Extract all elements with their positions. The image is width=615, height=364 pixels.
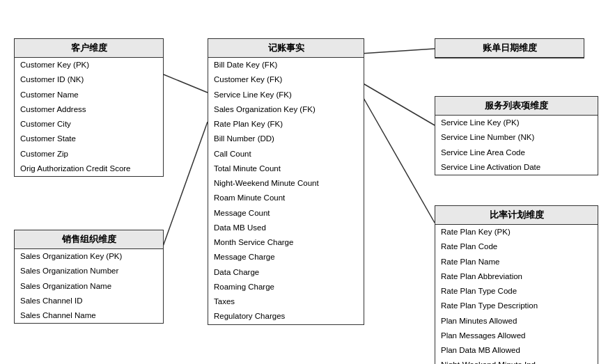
table-row: Sales Organization Name xyxy=(15,279,163,294)
service-line-table: 服务列表项维度 Service Line Key (PK) Service Li… xyxy=(435,96,598,175)
table-row: Regulatory Charges xyxy=(208,309,364,324)
rate-plan-table-body: Rate Plan Key (PK) Rate Plan Code Rate P… xyxy=(435,225,598,364)
table-row: Customer Address xyxy=(15,102,163,117)
table-row: Taxes xyxy=(208,294,364,309)
table-row: Customer Name xyxy=(15,88,163,102)
table-row: Message Count xyxy=(208,206,364,221)
table-row: Rate Plan Type Description xyxy=(435,299,598,313)
table-row: Sales Channel Name xyxy=(15,308,163,323)
svg-line-1 xyxy=(160,122,208,254)
billing-fact-table-header: 记账事实 xyxy=(208,39,364,58)
table-row: Sales Organization Key (FK) xyxy=(208,102,364,117)
svg-line-3 xyxy=(361,82,435,125)
sales-org-table: 销售组织维度 Sales Organization Key (PK) Sales… xyxy=(14,230,164,324)
table-row: Call Count xyxy=(208,147,364,161)
table-row: Customer ID (NK) xyxy=(15,72,163,87)
table-row: Total Minute Count xyxy=(208,161,364,176)
svg-line-2 xyxy=(361,49,435,54)
table-row: Service Line Number (NK) xyxy=(435,130,598,145)
table-row: Plan Messages Allowed xyxy=(435,329,598,343)
customer-table-header: 客户维度 xyxy=(15,39,163,58)
table-row: Rate Plan Abbreviation xyxy=(435,269,598,284)
table-row: Customer Zip xyxy=(15,147,163,161)
table-row: Bill Date Key (FK) xyxy=(208,58,364,72)
table-row: Bill Number (DD) xyxy=(208,132,364,146)
table-row: Orig Authorization Credit Score xyxy=(15,161,163,176)
table-row: Plan Data MB Allowed xyxy=(435,343,598,358)
table-row: Service Line Key (PK) xyxy=(435,116,598,130)
table-row: Rate Plan Code xyxy=(435,239,598,254)
table-row: Data MB Used xyxy=(208,221,364,235)
table-row: Customer State xyxy=(15,132,163,146)
table-row: Plan Minutes Allowed xyxy=(435,314,598,329)
service-line-table-header: 服务列表项维度 xyxy=(435,97,598,116)
table-row: Customer Key (PK) xyxy=(15,58,163,72)
table-row: Message Charge xyxy=(208,250,364,264)
customer-table-body: Customer Key (PK) Customer ID (NK) Custo… xyxy=(15,58,163,176)
table-row: Night-Weekend Minute Ind xyxy=(435,358,598,364)
table-row: Rate Plan Name xyxy=(435,255,598,269)
sales-org-table-body: Sales Organization Key (PK) Sales Organi… xyxy=(15,249,163,323)
table-row: Rate Plan Type Code xyxy=(435,284,598,299)
table-row: Customer City xyxy=(15,117,163,132)
table-row: Sales Organization Key (PK) xyxy=(15,249,163,264)
table-row: Service Line Activation Date xyxy=(435,160,598,175)
bill-date-table: 账单日期维度 xyxy=(435,38,584,58)
table-row: Roaming Charge xyxy=(208,280,364,294)
bill-date-table-header: 账单日期维度 xyxy=(435,39,584,58)
table-row: Customer Key (FK) xyxy=(208,72,364,87)
table-row: Rate Plan Key (FK) xyxy=(208,117,364,132)
rate-plan-table: 比率计划维度 Rate Plan Key (PK) Rate Plan Code… xyxy=(435,205,598,364)
table-row: Sales Channel ID xyxy=(15,294,163,308)
table-row: Month Service Charge xyxy=(208,235,364,250)
diagram-container: 客户维度 Customer Key (PK) Customer ID (NK) … xyxy=(0,0,615,364)
table-row: Sales Organization Number xyxy=(15,264,163,278)
table-row: Service Line Key (FK) xyxy=(208,88,364,102)
table-row: Data Charge xyxy=(208,265,364,280)
svg-line-0 xyxy=(160,73,208,93)
sales-org-table-header: 销售组织维度 xyxy=(15,230,163,249)
service-line-table-body: Service Line Key (PK) Service Line Numbe… xyxy=(435,116,598,175)
svg-line-4 xyxy=(361,93,435,223)
table-row: Roam Minute Count xyxy=(208,191,364,205)
customer-table: 客户维度 Customer Key (PK) Customer ID (NK) … xyxy=(14,38,164,177)
table-row: Service Line Area Code xyxy=(435,145,598,160)
table-row: Night-Weekend Minute Count xyxy=(208,176,364,191)
billing-fact-table-body: Bill Date Key (FK) Customer Key (FK) Ser… xyxy=(208,58,364,324)
billing-fact-table: 记账事实 Bill Date Key (FK) Customer Key (FK… xyxy=(208,38,364,325)
table-row: Rate Plan Key (PK) xyxy=(435,225,598,239)
rate-plan-table-header: 比率计划维度 xyxy=(435,206,598,225)
